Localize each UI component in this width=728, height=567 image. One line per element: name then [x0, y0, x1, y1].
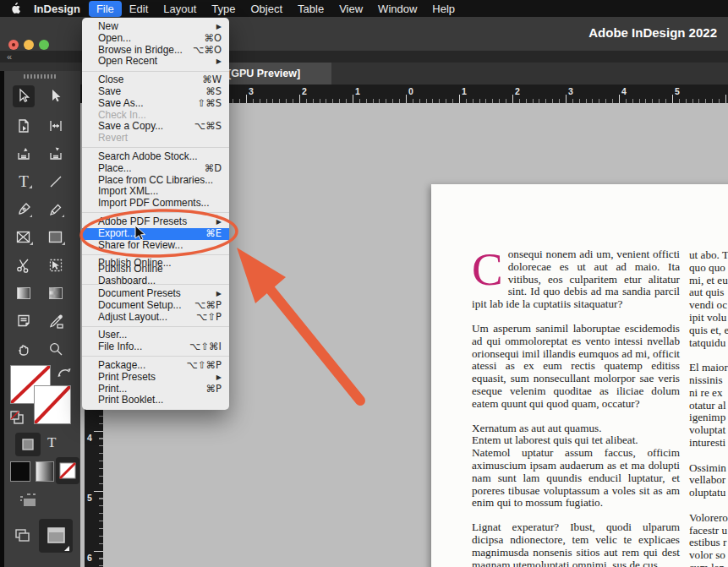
gradient-feather-tool-icon[interactable] — [45, 282, 67, 304]
page-tool-icon[interactable] — [13, 115, 35, 137]
formatting-affects-container-button[interactable] — [15, 433, 41, 456]
content-collector-tool-icon[interactable] — [13, 143, 35, 165]
document-tab[interactable]: [GPU Preview] — [213, 63, 331, 85]
ruler-number: 3 — [249, 86, 254, 96]
collapse-panels-icon[interactable]: « — [7, 52, 13, 62]
minimize-window-button[interactable] — [24, 40, 34, 50]
menu-item-save-as[interactable]: Save As...⇧⌘S — [82, 98, 229, 110]
menu-item-label: User... — [98, 330, 127, 341]
panel-grip[interactable] — [24, 74, 56, 79]
menubar-item-view[interactable]: View — [331, 1, 370, 17]
menu-item-document-setup[interactable]: Document Setup...⌥⌘P — [82, 300, 229, 312]
menu-item-label: Save a Copy... — [98, 121, 163, 133]
menu-item-import-pdf-comments[interactable]: Import PDF Comments... — [82, 198, 229, 210]
content-placer-tool-icon[interactable] — [45, 143, 67, 165]
menu-item-adobe-pdf-presets[interactable]: Adobe PDF Presets▶ — [82, 216, 229, 228]
menubar-item-type[interactable]: Type — [204, 1, 243, 17]
hand-tool-icon[interactable] — [13, 338, 35, 360]
apply-color-button[interactable] — [10, 461, 30, 482]
text-line: quo quo — [689, 262, 728, 275]
menubar-app-name[interactable]: InDesign — [25, 3, 89, 15]
apply-none-button[interactable] — [56, 457, 79, 484]
text-line: Ossimin — [689, 462, 728, 475]
menu-item-user[interactable]: User... — [82, 330, 229, 341]
line-tool-icon[interactable] — [45, 171, 67, 193]
text-column-left: Consequi nonem adi um, venient officti d… — [472, 248, 680, 567]
gap-tool-icon[interactable] — [45, 115, 67, 137]
ruler-number: 0 — [408, 86, 413, 96]
apply-gradient-button[interactable] — [36, 461, 54, 482]
default-fill-stroke-icon[interactable] — [10, 411, 25, 429]
formatting-affects-text-button[interactable]: T — [47, 434, 56, 451]
menubar-item-window[interactable]: Window — [370, 1, 424, 17]
apple-menu-icon[interactable] — [7, 2, 25, 15]
selection-tool-icon[interactable] — [13, 85, 35, 107]
menubar-item-layout[interactable]: Layout — [156, 1, 204, 17]
stroke-swatch-none[interactable] — [34, 385, 71, 424]
menu-item-open-recent[interactable]: Open Recent▶ — [82, 56, 229, 68]
menu-item-document-presets[interactable]: Document Presets▶ — [82, 288, 229, 300]
menubar-item-edit[interactable]: Edit — [122, 1, 156, 17]
menu-item-print-booklet[interactable]: Print Booklet... — [82, 395, 229, 406]
menu-item-print-presets[interactable]: Print Presets▶ — [82, 372, 229, 384]
menu-item-share-for-review[interactable]: Share for Review... — [82, 240, 229, 252]
eyedropper-tool-icon[interactable] — [45, 310, 67, 332]
menu-item-check-in[interactable]: Check In... — [82, 110, 229, 122]
close-window-button[interactable] — [8, 40, 19, 50]
ruler-number: 3 — [568, 86, 573, 96]
ruler-number: 5 — [87, 493, 92, 503]
body-paragraph: Um asperum sanimil laboruptae escidemodi… — [472, 323, 680, 411]
ruler-number: 2 — [302, 86, 307, 96]
menubar-item-table[interactable]: Table — [290, 1, 331, 17]
swap-fill-stroke-icon[interactable] — [56, 365, 73, 384]
menu-item-new[interactable]: New▶ — [82, 21, 229, 33]
note-tool-icon[interactable] — [13, 310, 35, 332]
menu-item-publish-online-dashboard[interactable]: Publish Online Dashboard... — [82, 270, 229, 281]
text-line: tatquidu — [689, 337, 728, 350]
direct-selection-tool-icon[interactable] — [45, 85, 67, 107]
menubar-item-object[interactable]: Object — [244, 1, 291, 17]
pencil-tool-icon[interactable] — [45, 199, 67, 221]
menubar-item-file[interactable]: File — [89, 1, 122, 17]
menu-shortcut: ⌥⇧⌘P — [187, 360, 222, 372]
menu-item-file-info[interactable]: File Info...⌥⇧⌘I — [82, 341, 229, 353]
text-line: otatur al — [689, 400, 728, 412]
submenu-arrow-icon: ▶ — [216, 216, 222, 228]
menu-item-label: Document Presets — [98, 288, 181, 300]
menu-item-label: Print Booklet... — [98, 395, 163, 406]
zoom-window-button[interactable] — [39, 40, 49, 50]
gradient-tool-icon[interactable] — [13, 282, 35, 304]
object-states-icon[interactable] — [19, 492, 41, 514]
menu-item-import-xml[interactable]: Import XML... — [82, 186, 229, 198]
menu-item-revert[interactable]: Revert — [82, 133, 229, 144]
view-options-icon[interactable] — [14, 527, 30, 546]
menu-item-label: Import PDF Comments... — [98, 198, 209, 210]
menu-item-export[interactable]: Export...⌘E — [82, 228, 229, 240]
menu-item-adjust-layout[interactable]: Adjust Layout...⌥⇧P — [82, 312, 229, 324]
menubar-item-help[interactable]: Help — [424, 1, 463, 17]
menu-item-place[interactable]: Place...⌘D — [82, 163, 229, 175]
menu-item-open[interactable]: Open...⌘O — [82, 33, 229, 45]
menu-item-browse-in-bridge[interactable]: Browse in Bridge...⌥⌘O — [82, 45, 229, 57]
scissors-tool-icon[interactable] — [13, 254, 35, 276]
menu-item-label: Check In... — [98, 110, 146, 122]
rectangle-tool-icon[interactable] — [45, 226, 67, 248]
pen-tool-icon[interactable] — [13, 199, 35, 221]
menu-item-package[interactable]: Package...⌥⇧⌘P — [82, 360, 229, 372]
menu-item-place-from-cc-libraries[interactable]: Place from CC Libraries... — [82, 175, 229, 187]
menu-item-search-adobe-stock[interactable]: Search Adobe Stock... — [82, 151, 229, 163]
text-line: oluptatu — [689, 487, 728, 499]
menu-separator — [82, 254, 229, 255]
menu-item-label: File Info... — [98, 341, 142, 353]
menu-item-save-a-copy[interactable]: Save a Copy...⌥⌘S — [82, 121, 229, 133]
frame-tool-icon[interactable] — [13, 226, 35, 248]
menu-item-close[interactable]: Close⌘W — [82, 74, 229, 86]
free-transform-tool-icon[interactable] — [45, 254, 67, 276]
menu-item-save[interactable]: Save⌘S — [82, 86, 229, 98]
zoom-tool-icon[interactable] — [45, 338, 67, 360]
menu-item-label: Save As... — [98, 98, 144, 110]
type-tool-icon[interactable]: T — [13, 171, 35, 193]
screen-mode-button[interactable] — [39, 519, 73, 553]
menu-item-print[interactable]: Print...⌘P — [82, 384, 229, 395]
menu-item-label: Import XML... — [98, 186, 158, 198]
